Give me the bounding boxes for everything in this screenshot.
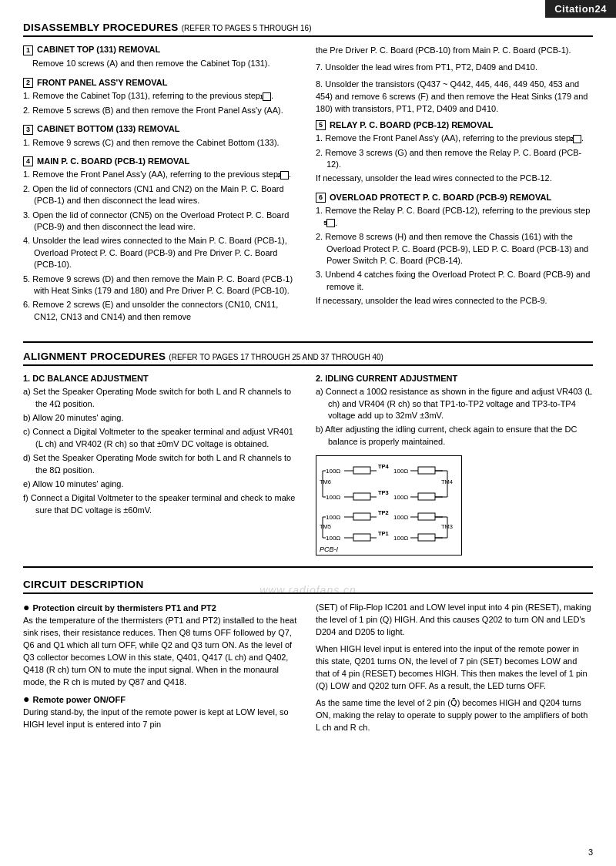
disassembly-left-col: 1 CABINET TOP (131) REMOVAL Remove 10 sc… <box>23 45 300 331</box>
protection-title-text: Protection circuit by thermisters PT1 an… <box>32 603 216 613</box>
relay-board-section: 5 RELAY P. C. BOARD (PCB-12) REMOVAL 1. … <box>316 120 593 185</box>
main-board-step-3: 3. Open the lid of connector (CN5) on th… <box>23 210 300 233</box>
circuit-heading: CIRCUIT DESCRIPTION <box>23 579 593 594</box>
front-panel-step-1: 1. Remove the Cabinet Top (131), referri… <box>23 90 300 102</box>
idling-title: 2. IDLING CURRENT ADJUSTMENT <box>316 374 593 383</box>
dc-step-e: e) Allow 10 minutes' aging. <box>23 478 300 490</box>
svg-rect-28 <box>353 513 370 520</box>
remote-power-title: ● Remote power ON/OFF <box>23 693 300 704</box>
dc-step-b: b) Allow 20 minutes' aging. <box>23 412 300 424</box>
idling-steps: a) Connect a 100Ω resistance as shown in… <box>316 386 593 448</box>
alignment-heading: ALIGNMENT PROCEDURES (REFER TO PAGES 17 … <box>23 351 593 366</box>
svg-text:100Ω: 100Ω <box>393 494 408 501</box>
svg-text:TP3: TP3 <box>378 489 389 496</box>
cabinet-top-section: 1 CABINET TOP (131) REMOVAL Remove 10 sc… <box>23 45 300 70</box>
section-num-5: 5 <box>316 120 326 130</box>
svg-rect-12 <box>353 493 370 500</box>
dc-step-f: f) Connect a Digital Voltmeter to the sp… <box>23 492 300 516</box>
section-num-4: 4 <box>23 156 33 166</box>
main-board-step-6: 6. Remove 2 screws (E) and unsolder the … <box>23 299 300 323</box>
diagram-svg: 100Ω TP4 100Ω TM6 100Ω <box>316 456 459 552</box>
svg-text:100Ω: 100Ω <box>326 514 340 521</box>
main-board-steps: 1. Remove the Front Panel Ass'y (AA), re… <box>23 169 300 323</box>
main-board-title: 4 MAIN P. C. BOARD (PCB-1) REMOVAL <box>23 156 300 167</box>
cabinet-bottom-steps: 1. Remove 9 screws (C) and then remove t… <box>23 137 300 149</box>
idling-diagram: 100Ω TP4 100Ω TM6 100Ω <box>316 455 462 556</box>
front-panel-section: 2 FRONT PANEL ASS'Y REMOVAL 1. Remove th… <box>23 78 300 116</box>
overload-board-steps: 1. Remove the Relay P. C. Board (PCB-12)… <box>316 205 593 307</box>
svg-rect-7 <box>418 467 435 474</box>
relay-board-steps: 1. Remove the Front Panel Ass'y (AA), re… <box>316 133 593 185</box>
overload-step-2: 2. Remove 8 screws (H) and then remove t… <box>316 231 593 267</box>
section-num-2: 2 <box>23 78 33 88</box>
idling-diagram-container: 100Ω TP4 100Ω TM6 100Ω <box>316 455 593 556</box>
main-board-continued: the Pre Driver P. C. Board (PCB-10) from… <box>316 45 593 57</box>
main-board-step-2: 2. Open the lid of connectors (CN1 and C… <box>23 183 300 207</box>
remote-power-title-text: Remote power ON/OFF <box>32 695 125 704</box>
relay-board-note: If necessary, unsolder the lead wires co… <box>316 173 593 184</box>
idling-step-b: b) After adjusting the idling current, c… <box>316 424 593 448</box>
diagram-pcb-label: PCB-I <box>320 545 338 553</box>
alignment-refer: (REFER TO PAGES 17 THROUGH 25 AND 37 THR… <box>169 353 383 361</box>
divider-alignment <box>23 341 593 343</box>
svg-rect-33 <box>418 513 435 520</box>
alignment-section: ALIGNMENT PROCEDURES (REFER TO PAGES 17 … <box>23 351 593 556</box>
svg-text:TP2: TP2 <box>378 509 389 516</box>
disassembly-refer: (REFER TO PAGES 5 THROUGH 16) <box>182 24 312 32</box>
bullet-dot-2: ● <box>23 693 29 704</box>
circuit-right-p1: (SET) of Flip-Flop IC201 and LOW level i… <box>316 602 593 639</box>
dc-step-c: c) Connect a Digital Voltmeter to the sp… <box>23 426 300 450</box>
relay-board-step-2: 2. Remove 3 screws (G) and then remove t… <box>316 147 593 171</box>
main-board-step-5: 5. Remove 9 screws (D) and then remove t… <box>23 274 300 297</box>
svg-text:100Ω: 100Ω <box>326 494 340 501</box>
disassembly-heading: DISASSEMBLY PROCEDURES (REFER TO PAGES 5… <box>23 22 593 37</box>
main-board-step-8: 8. Unsolder the transistors (Q437 ~ Q442… <box>316 79 593 116</box>
overload-step-1: 1. Remove the Relay P. C. Board (PCB-12)… <box>316 205 593 229</box>
main-board-step-1: 1. Remove the Front Panel Ass'y (AA), re… <box>23 169 300 180</box>
cabinet-bottom-step-1: 1. Remove 9 screws (C) and then remove t… <box>23 137 300 149</box>
divider-circuit <box>23 566 593 568</box>
disassembly-right-col: the Pre Driver P. C. Board (PCB-10) from… <box>316 45 593 331</box>
dc-balance-title: 1. DC BALANCE ADJUSTMENT <box>23 374 300 383</box>
svg-rect-17 <box>418 493 435 500</box>
header-badge: Citation24 <box>545 0 616 18</box>
svg-text:TP1: TP1 <box>378 530 389 537</box>
overload-board-section: 6 OVERLOAD PROTECT P. C. BOARD (PCB-9) R… <box>316 193 593 307</box>
svg-text:100Ω: 100Ω <box>393 535 408 542</box>
svg-text:100Ω: 100Ω <box>326 535 340 542</box>
page-number: 3 <box>588 848 593 857</box>
svg-text:100Ω: 100Ω <box>393 514 408 521</box>
section-num-1: 1 <box>23 45 33 55</box>
main-board-step-4: 4. Unsolder the lead wires connected to … <box>23 235 300 270</box>
front-panel-steps: 1. Remove the Cabinet Top (131), referri… <box>23 90 300 116</box>
disassembly-section: DISASSEMBLY PROCEDURES (REFER TO PAGES 5… <box>23 22 593 331</box>
cabinet-bottom-section: 3 CABINET BOTTOM (133) REMOVAL 1. Remove… <box>23 124 300 149</box>
svg-rect-43 <box>418 534 435 541</box>
svg-text:100Ω: 100Ω <box>326 468 340 475</box>
front-panel-step-2: 2. Remove 5 screws (B) and then remove t… <box>23 105 300 116</box>
circuit-right-p2: When HIGH level input is entered into th… <box>316 643 593 693</box>
front-panel-title: 2 FRONT PANEL ASS'Y REMOVAL <box>23 78 300 89</box>
dc-balance-steps: a) Set the Speaker Operating Mode switch… <box>23 386 300 516</box>
overload-step-3: 3. Unbend 4 catches fixing the Overload … <box>316 269 593 293</box>
bullet-dot-1: ● <box>23 602 29 613</box>
overload-board-title: 6 OVERLOAD PROTECT P. C. BOARD (PCB-9) R… <box>316 193 593 203</box>
overload-note: If necessary, unsolder the lead wires co… <box>316 295 593 307</box>
main-board-section: 4 MAIN P. C. BOARD (PCB-1) REMOVAL 1. Re… <box>23 156 300 323</box>
alignment-left-col: 1. DC BALANCE ADJUSTMENT a) Set the Spea… <box>23 374 300 556</box>
alignment-title: ALIGNMENT PROCEDURES <box>23 351 166 362</box>
main-board-step-7: 7. Unsolder the lead wires from PT1, PT2… <box>316 62 593 74</box>
cabinet-top-text: Remove 10 screws (A) and then remove the… <box>23 58 300 70</box>
disassembly-title: DISASSEMBLY PROCEDURES <box>23 22 179 33</box>
circuit-section: CIRCUIT DESCRIPTION ● Protection circuit… <box>23 579 593 738</box>
circuit-left-col: ● Protection circuit by thermisters PT1 … <box>23 602 300 738</box>
section-num-3: 3 <box>23 125 33 135</box>
svg-text:TM6: TM6 <box>320 478 331 485</box>
remote-power-text: During stand-by, the input of the remote… <box>23 707 300 731</box>
protection-title: ● Protection circuit by thermisters PT1 … <box>23 602 300 613</box>
dc-step-d: d) Set the Speaker Operating Mode switch… <box>23 452 300 476</box>
dc-step-a: a) Set the Speaker Operating Mode switch… <box>23 386 300 410</box>
circuit-right-p3: As the same time the level of 2 pin (Q̄)… <box>316 697 593 734</box>
circuit-right-col: (SET) of Flip-Flop IC201 and LOW level i… <box>316 602 593 738</box>
svg-rect-38 <box>353 534 370 541</box>
